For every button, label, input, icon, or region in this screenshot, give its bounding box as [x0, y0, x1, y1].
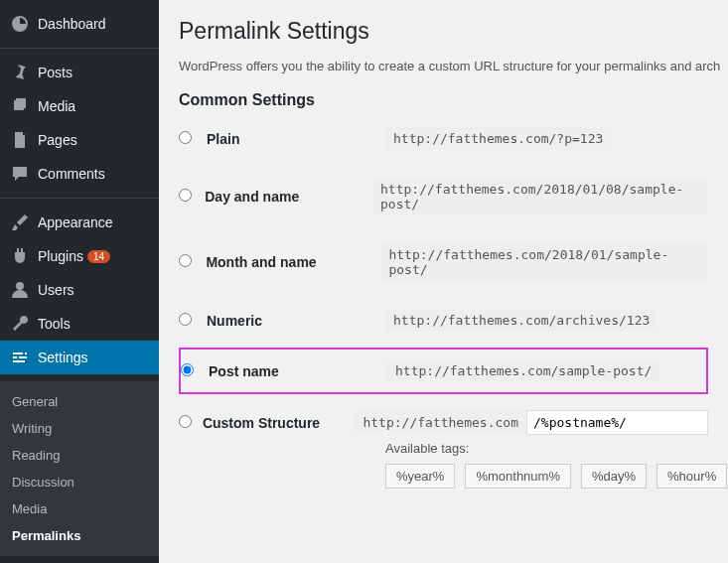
submenu-media[interactable]: Media — [0, 495, 159, 522]
option-label: Plain — [207, 131, 385, 147]
radio-plain[interactable] — [179, 131, 192, 144]
comment-icon — [10, 164, 30, 184]
settings-submenu: General Writing Reading Discussion Media… — [0, 381, 159, 556]
radio-dayname[interactable] — [179, 189, 192, 202]
tag-day[interactable]: %day% — [581, 464, 647, 489]
option-url: http://fatthemes.com/2018/01/sample-post… — [380, 243, 708, 281]
option-numeric: Numeric http://fatthemes.com/archives/12… — [179, 309, 708, 332]
sidebar-item-users[interactable]: Users — [0, 273, 159, 307]
page-title: Permalink Settings — [179, 18, 708, 45]
available-tags-label: Available tags: — [385, 441, 708, 456]
tag-year[interactable]: %year% — [385, 464, 455, 489]
option-label: Month and name — [206, 254, 380, 270]
option-monthname: Month and name http://fatthemes.com/2018… — [179, 243, 708, 281]
wrench-icon — [10, 314, 30, 334]
main-content: Permalink Settings WordPress offers you … — [159, 0, 728, 563]
pin-icon — [10, 63, 30, 82]
plugin-icon — [10, 246, 30, 266]
option-dayname: Day and name http://fatthemes.com/2018/0… — [179, 178, 708, 215]
submenu-reading[interactable]: Reading — [0, 442, 159, 469]
option-label: Numeric — [207, 313, 385, 329]
tag-hour[interactable]: %hour% — [656, 464, 727, 489]
sidebar-item-tools[interactable]: Tools — [0, 307, 159, 341]
option-postname: Post name http://fatthemes.com/sample-po… — [179, 348, 708, 394]
page-icon — [10, 130, 30, 150]
section-heading: Common Settings — [179, 91, 708, 109]
option-url: http://fatthemes.com/2018/01/08/sample-p… — [372, 178, 708, 215]
option-plain: Plain http://fatthemes.com/?p=123 — [179, 127, 708, 150]
sidebar-label: Media — [38, 98, 75, 114]
sidebar-label: Plugins — [38, 248, 83, 264]
update-badge: 14 — [87, 250, 110, 263]
sidebar-label: Settings — [38, 350, 88, 365]
sidebar-label: Dashboard — [38, 16, 106, 32]
sidebar-item-plugins[interactable]: Plugins 14 — [0, 239, 159, 273]
page-description: WordPress offers you the ability to crea… — [179, 59, 708, 73]
submenu-writing[interactable]: Writing — [0, 415, 159, 442]
option-url: http://fatthemes.com/sample-post/ — [387, 359, 659, 382]
sidebar-item-settings[interactable]: Settings — [0, 341, 159, 374]
option-label: Day and name — [205, 189, 372, 205]
sidebar-label: Posts — [38, 65, 73, 80]
custom-structure-input[interactable] — [526, 410, 708, 435]
option-url: http://fatthemes.com/?p=123 — [385, 127, 611, 150]
option-label: Custom Structure — [203, 415, 356, 431]
sidebar-label: Appearance — [38, 214, 113, 230]
option-url: http://fatthemes.com/archives/123 — [385, 309, 657, 332]
svg-point-0 — [16, 282, 24, 290]
sidebar-label: Pages — [38, 132, 77, 148]
media-icon — [10, 96, 30, 116]
sidebar-label: Users — [38, 282, 74, 298]
sidebar-item-pages[interactable]: Pages — [0, 123, 159, 157]
submenu-discussion[interactable]: Discussion — [0, 469, 159, 495]
submenu-general[interactable]: General — [0, 388, 159, 415]
dashboard-icon — [10, 14, 30, 34]
radio-monthname[interactable] — [179, 254, 192, 267]
sidebar-label: Tools — [38, 316, 71, 332]
sliders-icon — [10, 348, 30, 367]
sidebar-item-appearance[interactable]: Appearance — [0, 206, 159, 239]
admin-sidebar: Dashboard Posts Media Pages Comments App… — [0, 0, 159, 563]
tag-monthnum[interactable]: %monthnum% — [465, 464, 571, 489]
sidebar-item-media[interactable]: Media — [0, 89, 159, 123]
user-icon — [10, 280, 30, 300]
option-custom: Custom Structure http://fatthemes.com — [179, 410, 708, 435]
sidebar-label: Comments — [38, 166, 105, 182]
radio-custom[interactable] — [179, 415, 192, 428]
sidebar-item-comments[interactable]: Comments — [0, 157, 159, 191]
brush-icon — [10, 212, 30, 232]
sidebar-item-posts[interactable]: Posts — [0, 56, 159, 89]
sidebar-item-dashboard[interactable]: Dashboard — [0, 7, 159, 41]
option-label: Post name — [209, 363, 387, 379]
radio-numeric[interactable] — [179, 313, 192, 326]
tag-buttons: %year% %monthnum% %day% %hour% — [385, 464, 708, 489]
custom-base-url: http://fatthemes.com — [355, 411, 526, 434]
radio-postname[interactable] — [181, 363, 194, 376]
submenu-permalinks[interactable]: Permalinks — [0, 522, 159, 549]
